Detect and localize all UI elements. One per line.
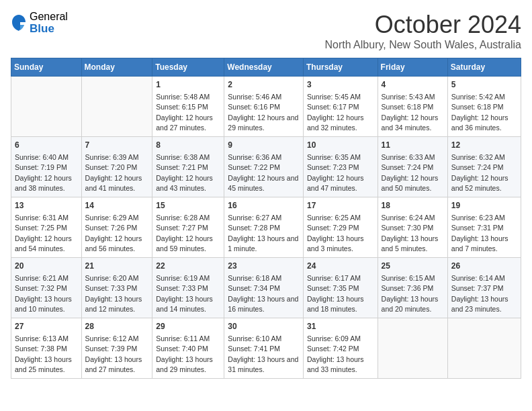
weekday-header: Saturday	[447, 58, 521, 77]
calendar-cell: 22Sunrise: 6:19 AMSunset: 7:33 PMDayligh…	[152, 258, 224, 318]
day-number: 29	[156, 321, 220, 332]
cell-sunset: Sunset: 7:27 PM	[156, 224, 208, 232]
cell-daylight: Daylight: 12 hours and 32 minutes.	[307, 113, 364, 132]
calendar-cell: 1Sunrise: 5:48 AMSunset: 6:15 PMDaylight…	[152, 77, 224, 137]
day-number: 28	[85, 321, 149, 332]
cell-sunrise: Sunrise: 6:36 AM	[228, 153, 281, 161]
cell-sunrise: Sunrise: 6:39 AM	[85, 153, 139, 161]
cell-sunset: Sunset: 6:17 PM	[307, 103, 359, 111]
day-number: 27	[15, 321, 78, 332]
calendar-cell: 3Sunrise: 5:45 AMSunset: 6:17 PMDaylight…	[303, 77, 378, 137]
cell-sunset: Sunset: 7:42 PM	[307, 345, 359, 353]
cell-sunrise: Sunrise: 5:46 AM	[228, 93, 281, 101]
cell-sunset: Sunset: 7:25 PM	[15, 224, 67, 232]
day-number: 25	[382, 261, 444, 272]
calendar-cell	[81, 77, 152, 137]
cell-daylight: Daylight: 13 hours and 18 minutes.	[307, 295, 364, 313]
calendar-cell: 26Sunrise: 6:14 AMSunset: 7:37 PMDayligh…	[447, 258, 521, 318]
cell-sunset: Sunset: 7:22 PM	[228, 163, 280, 171]
cell-sunset: Sunset: 7:23 PM	[307, 163, 359, 171]
cell-sunrise: Sunrise: 5:48 AM	[156, 93, 210, 101]
calendar-cell: 18Sunrise: 6:24 AMSunset: 7:30 PMDayligh…	[378, 197, 447, 258]
cell-daylight: Daylight: 13 hours and 7 minutes.	[451, 234, 508, 253]
calendar-cell: 13Sunrise: 6:31 AMSunset: 7:25 PMDayligh…	[11, 197, 82, 258]
cell-daylight: Daylight: 13 hours and 12 minutes.	[85, 295, 142, 313]
calendar-week-row: 13Sunrise: 6:31 AMSunset: 7:25 PMDayligh…	[11, 197, 521, 258]
cell-sunset: Sunset: 7:35 PM	[307, 284, 359, 292]
cell-daylight: Daylight: 13 hours and 31 minutes.	[228, 355, 298, 373]
calendar-cell	[447, 318, 521, 379]
cell-sunset: Sunset: 7:41 PM	[228, 345, 280, 353]
cell-daylight: Daylight: 13 hours and 25 minutes.	[15, 355, 72, 373]
day-number: 9	[228, 140, 300, 151]
weekday-header: Friday	[378, 58, 447, 77]
day-number: 6	[15, 140, 78, 151]
calendar-cell: 20Sunrise: 6:21 AMSunset: 7:32 PMDayligh…	[11, 258, 82, 318]
day-number: 12	[451, 140, 517, 151]
day-number: 16	[228, 200, 300, 212]
calendar-cell: 23Sunrise: 6:18 AMSunset: 7:34 PMDayligh…	[224, 258, 304, 318]
logo-blue: Blue	[30, 23, 68, 36]
calendar-cell: 21Sunrise: 6:20 AMSunset: 7:33 PMDayligh…	[81, 258, 152, 318]
cell-sunset: Sunset: 7:19 PM	[15, 163, 67, 171]
logo-text: General Blue	[30, 11, 68, 35]
cell-sunset: Sunset: 7:40 PM	[156, 345, 208, 353]
weekday-header: Wednesday	[224, 58, 304, 77]
cell-sunrise: Sunrise: 6:33 AM	[382, 153, 435, 161]
cell-sunrise: Sunrise: 6:17 AM	[307, 274, 361, 282]
calendar-cell: 11Sunrise: 6:33 AMSunset: 7:24 PMDayligh…	[378, 137, 447, 197]
day-number: 1	[156, 79, 220, 91]
cell-daylight: Daylight: 12 hours and 43 minutes.	[156, 174, 213, 192]
cell-sunset: Sunset: 7:24 PM	[451, 163, 504, 171]
calendar-cell: 29Sunrise: 6:11 AMSunset: 7:40 PMDayligh…	[152, 318, 224, 379]
title-area: October 2024 North Albury, New South Wal…	[324, 11, 521, 51]
calendar-cell	[11, 77, 82, 137]
cell-sunrise: Sunrise: 6:35 AM	[307, 153, 361, 161]
day-number: 17	[307, 200, 374, 212]
cell-sunset: Sunset: 7:33 PM	[85, 284, 138, 292]
cell-daylight: Daylight: 13 hours and 16 minutes.	[228, 295, 298, 313]
cell-daylight: Daylight: 12 hours and 41 minutes.	[85, 174, 142, 192]
day-number: 8	[156, 140, 220, 151]
day-number: 19	[451, 200, 517, 212]
location-title: North Albury, New South Wales, Australia	[324, 39, 521, 51]
day-number: 24	[307, 261, 374, 272]
cell-daylight: Daylight: 12 hours and 56 minutes.	[85, 234, 142, 253]
cell-sunrise: Sunrise: 6:18 AM	[228, 274, 281, 282]
calendar-cell	[378, 318, 447, 379]
cell-sunrise: Sunrise: 5:45 AM	[307, 93, 361, 101]
cell-daylight: Daylight: 12 hours and 54 minutes.	[15, 234, 72, 253]
cell-sunrise: Sunrise: 6:25 AM	[307, 214, 361, 222]
day-number: 4	[382, 79, 444, 91]
day-number: 30	[228, 321, 300, 332]
cell-sunset: Sunset: 7:38 PM	[15, 345, 67, 353]
cell-sunrise: Sunrise: 6:12 AM	[85, 334, 139, 342]
cell-sunrise: Sunrise: 6:32 AM	[451, 153, 505, 161]
cell-daylight: Daylight: 12 hours and 27 minutes.	[156, 113, 213, 132]
calendar-table: SundayMondayTuesdayWednesdayThursdayFrid…	[11, 58, 521, 379]
day-number: 22	[156, 261, 220, 272]
calendar-week-row: 20Sunrise: 6:21 AMSunset: 7:32 PMDayligh…	[11, 258, 521, 318]
cell-sunset: Sunset: 6:18 PM	[451, 103, 504, 111]
calendar-cell: 8Sunrise: 6:38 AMSunset: 7:21 PMDaylight…	[152, 137, 224, 197]
cell-sunrise: Sunrise: 6:20 AM	[85, 274, 139, 282]
day-number: 11	[382, 140, 444, 151]
cell-daylight: Daylight: 12 hours and 47 minutes.	[307, 174, 364, 192]
calendar-cell: 31Sunrise: 6:09 AMSunset: 7:42 PMDayligh…	[303, 318, 378, 379]
weekday-header: Sunday	[11, 58, 82, 77]
cell-sunrise: Sunrise: 6:11 AM	[156, 334, 210, 342]
weekday-header: Tuesday	[152, 58, 224, 77]
cell-sunrise: Sunrise: 6:15 AM	[382, 274, 435, 282]
day-number: 7	[85, 140, 149, 151]
cell-sunrise: Sunrise: 6:40 AM	[15, 153, 69, 161]
calendar-cell: 10Sunrise: 6:35 AMSunset: 7:23 PMDayligh…	[303, 137, 378, 197]
calendar-cell: 19Sunrise: 6:23 AMSunset: 7:31 PMDayligh…	[447, 197, 521, 258]
day-number: 18	[382, 200, 444, 212]
cell-daylight: Daylight: 12 hours and 50 minutes.	[382, 174, 439, 192]
cell-daylight: Daylight: 12 hours and 38 minutes.	[15, 174, 72, 192]
calendar-cell: 28Sunrise: 6:12 AMSunset: 7:39 PMDayligh…	[81, 318, 152, 379]
calendar-cell: 27Sunrise: 6:13 AMSunset: 7:38 PMDayligh…	[11, 318, 82, 379]
cell-daylight: Daylight: 12 hours and 52 minutes.	[451, 174, 508, 192]
calendar-cell: 25Sunrise: 6:15 AMSunset: 7:36 PMDayligh…	[378, 258, 447, 318]
cell-sunset: Sunset: 7:20 PM	[85, 163, 138, 171]
